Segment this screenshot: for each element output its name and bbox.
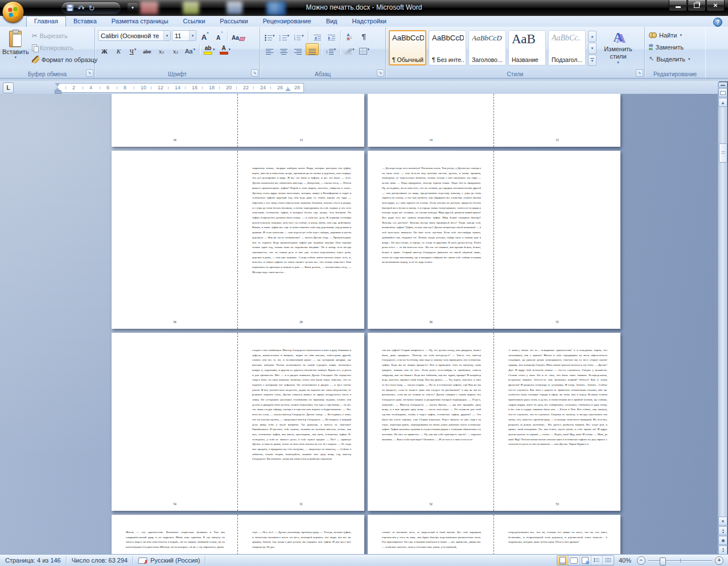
scroll-up-button[interactable]: ▲ [718,98,727,107]
style-card[interactable]: AaBbCcDc¶ Обычный [389,30,426,65]
help-button[interactable]: ? [713,18,722,27]
superscript-button[interactable]: x2 [169,43,182,55]
style-card[interactable]: АаВНазвание [508,30,546,65]
styles-more-button[interactable]: ▼ [588,55,597,66]
styles-scroll-up-button[interactable]: ▲ [588,31,597,42]
font-color-button[interactable]: А▾ [218,43,233,55]
text-highlight-button[interactable]: ab▾ [202,43,217,55]
shading-button[interactable]: ▾ [343,43,356,55]
bullets-button[interactable]: ▾ [263,30,277,42]
office-button[interactable] [2,1,24,23]
tab-stop-selector[interactable]: L [3,82,14,93]
style-card[interactable]: AaBbCcDЗаголово... [468,30,506,65]
grow-font-button[interactable]: А▲ [198,30,211,42]
underline-button[interactable]: Ч▾ [126,43,139,55]
full-screen-reading-view-button[interactable] [569,556,580,565]
numbering-button[interactable]: ▾ [278,30,291,42]
document-page[interactable]: 56 [112,151,238,329]
change-styles-button[interactable]: А Изменить стили ▾ [598,30,639,65]
page-indicator[interactable]: Страница: 4 из 146 [0,555,66,566]
zoom-level[interactable]: 40% [619,557,631,564]
view-ruler-toggle-button[interactable] [718,88,727,97]
line-spacing-button[interactable]: ↕▾ [324,43,338,55]
scrollbar-thumb[interactable] [719,143,727,163]
clipboard-dialog-launcher-icon[interactable] [86,69,93,77]
chevron-down-icon[interactable]: ▾ [134,47,137,52]
zoom-in-button[interactable]: + [715,556,723,565]
chevron-down-icon[interactable]: ▾ [163,31,170,40]
copy-button[interactable]: Копировать [30,42,100,53]
close-button[interactable]: ✕ [706,0,725,11]
previous-page-button[interactable]: ▲▲ [718,526,727,535]
undo-dropdown-icon[interactable]: ▾ [82,6,84,11]
zoom-out-button[interactable]: − [637,556,645,565]
bold-button[interactable]: Ж [98,43,111,55]
font-name-combo[interactable]: Calibri (Основной те▾ [98,30,171,41]
multilevel-list-button[interactable]: ▾ [292,30,306,42]
tab-Вставка[interactable]: Вставка [66,16,104,27]
style-card[interactable]: AaBbCc.Подзагол... [548,30,586,65]
font-dialog-launcher-icon[interactable] [251,69,258,77]
document-page[interactable]: не боятся Тома. Том только приманит их, … [112,94,238,147]
minimize-button[interactable] [669,0,687,11]
chevron-down-icon[interactable]: ▾ [302,34,304,38]
show-formatting-marks-button[interactable]: ¶ [357,30,371,42]
paragraph-dialog-launcher-icon[interactable] [377,69,384,77]
justify-button[interactable] [306,43,319,55]
undo-button[interactable]: ↶▾ [76,3,85,13]
web-layout-view-button[interactable] [580,556,591,565]
document-page[interactable]: 55 [494,151,620,329]
restore-button[interactable] [688,0,706,11]
document-page[interactable]: следил с них любимцев. Мистер Сандерсон … [238,333,364,511]
tab-Ссылки[interactable]: Ссылки [176,16,213,27]
change-case-button[interactable]: Aa▾ [183,43,197,55]
font-size-combo[interactable]: 11▾ [172,30,196,41]
strikethrough-button[interactable]: abe [141,43,154,55]
sort-button[interactable]: АЯ↓ [343,30,356,42]
increase-indent-button[interactable] [325,30,338,42]
customize-qat-button[interactable]: ▾ [127,3,138,12]
document-page[interactable]: Хосе в спросить — с Тони Микеле, удравши… [494,94,620,147]
chevron-down-icon[interactable]: ▾ [273,34,275,38]
format-painter-button[interactable]: Формат по образцу [30,53,100,65]
borders-button[interactable]: ▾ [357,43,372,55]
chevron-down-icon[interactable]: ▾ [334,47,336,52]
tab-Разметка страницы[interactable]: Разметка страницы [104,16,176,27]
draft-view-button[interactable] [603,556,614,565]
document-page[interactable]: словно от внешних мест, от выделений в с… [368,515,494,555]
italic-button[interactable]: К [112,43,125,55]
chevron-down-icon[interactable]: ▾ [368,47,370,52]
tab-Главная[interactable]: Главная [26,16,66,27]
split-window-handle[interactable] [718,82,727,88]
subscript-button[interactable]: x2 [155,43,168,55]
chevron-down-icon[interactable]: ▾ [213,47,215,52]
document-page[interactable]: эти вот туфли? Старик помрачнел. — Ну, л… [368,333,494,511]
tab-Рассылки[interactable]: Рассылки [212,16,255,27]
document-page[interactable]: стул. — Нет, нет! — Дуглас умоляюще прот… [238,515,364,555]
replace-button[interactable]: abacЗаменить [647,41,704,53]
print-layout-view-button[interactable] [557,556,569,565]
document-page[interactable]: Жизнь — это одиночество. Вспомнил старче… [112,515,238,555]
chevron-down-icon[interactable]: ▾ [193,47,195,52]
find-button[interactable]: Найти▾ [647,29,704,41]
align-center-button[interactable] [277,43,290,55]
clear-formatting-button[interactable]: Аа [230,30,246,42]
first-line-indent-marker[interactable] [55,83,60,86]
select-button[interactable]: ↖Выделить▾ [647,53,704,65]
decrease-indent-button[interactable] [311,30,324,42]
tab-Вид[interactable]: Вид [319,16,345,27]
styles-scroll-down-button[interactable]: ▼ [588,43,597,54]
outline-view-button[interactable] [591,556,603,565]
save-button[interactable] [65,3,75,13]
align-left-button[interactable] [263,43,276,55]
document-page[interactable]: 54 [112,333,238,511]
chevron-down-icon[interactable]: ▾ [352,47,355,52]
word-count[interactable]: Число слов: 63 294 [67,555,133,566]
document-page[interactable]: размышляется! Дуглас перестал жевать и п… [368,94,494,147]
zoom-slider-track[interactable] [648,557,712,564]
scroll-down-button[interactable]: ▼ [718,517,727,526]
align-right-button[interactable] [291,43,305,55]
document-page[interactable]: женщину, лето и свободу, не выбирая слов… [238,94,364,147]
select-browse-object-button[interactable] [718,536,727,545]
styles-dialog-launcher-icon[interactable] [636,69,643,77]
